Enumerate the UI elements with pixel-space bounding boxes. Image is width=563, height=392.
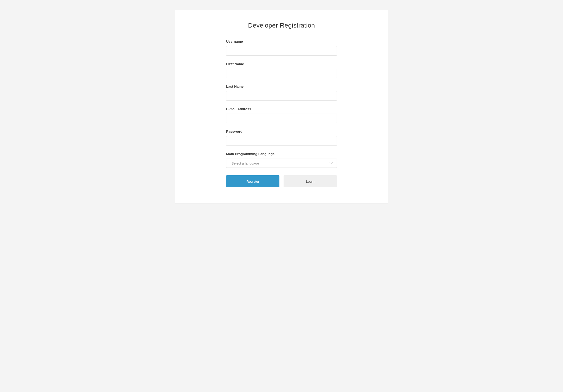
login-button[interactable]: Login [283,175,337,187]
language-select-wrapper: Select a language [226,159,337,168]
last-name-label: Last Name [226,85,337,88]
password-input[interactable] [226,136,337,146]
username-label: Username [226,39,337,43]
language-select[interactable]: Select a language [226,159,337,168]
username-input[interactable] [226,46,337,56]
registration-card: Developer Registration Username First Na… [175,10,388,203]
form-group-email: E-mail Address [226,107,337,123]
first-name-label: First Name [226,62,337,66]
form-group-language: Main Programming Language Select a langu… [226,152,337,168]
last-name-input[interactable] [226,91,337,101]
form-group-password: Password [226,129,337,146]
email-input[interactable] [226,114,337,123]
first-name-input[interactable] [226,69,337,78]
email-label: E-mail Address [226,107,337,111]
page-title: Developer Registration [175,22,388,29]
language-select-placeholder: Select a language [231,161,259,165]
form-group-last-name: Last Name [226,85,337,101]
form-group-username: Username [226,39,337,56]
form-group-first-name: First Name [226,62,337,78]
register-button[interactable]: Register [226,175,280,187]
language-label: Main Programming Language [226,152,337,156]
registration-form: Username First Name Last Name E-mail Add… [226,39,337,187]
button-row: Register Login [226,175,337,187]
password-label: Password [226,129,337,133]
